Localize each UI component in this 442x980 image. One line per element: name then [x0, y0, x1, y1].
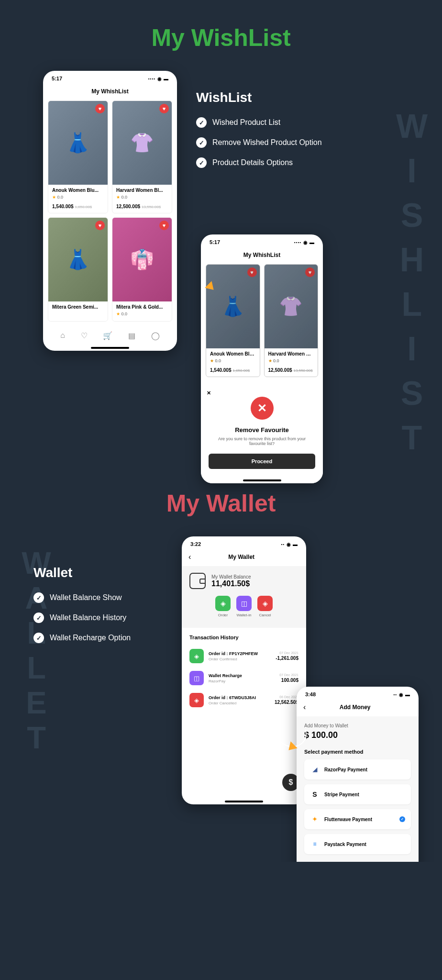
product-card: 👗♥ Anouk Women Blu... ★ 0.0 1,540.00$1,6… [206, 264, 260, 377]
add-money-label: Add Money to Wallet [304, 723, 411, 728]
back-icon[interactable]: ‹ [303, 703, 306, 712]
heart-icon[interactable]: ♥ [95, 104, 105, 113]
paystack-icon: ≡ [311, 840, 319, 848]
check-icon: ✓ [33, 633, 44, 643]
balance-label: My Wallet Balance [211, 574, 251, 579]
screen-title: Add Money [309, 704, 400, 711]
product-name: Harvard Women Bl... [268, 351, 314, 356]
cancel-icon: ◈ [257, 596, 273, 611]
stripe-icon: S [311, 791, 319, 798]
orders-icon[interactable]: ▤ [128, 331, 135, 340]
product-name: Mitera Green Semi... [52, 304, 104, 310]
feature-item: ✓Wallet Balance History [33, 612, 167, 623]
feature-item: ✓Product Details Options [196, 157, 399, 168]
trans-date: 07 Dec 2021 [276, 651, 298, 655]
heart-icon[interactable]: ♥ [159, 221, 169, 230]
action-order[interactable]: ◈Order [215, 596, 231, 617]
feature-heading: WishList [196, 90, 399, 105]
product-card[interactable]: 👘♥ Mitera Pink & Gold... ★ 0.0 [112, 217, 172, 322]
screen-title: My Wallet [195, 554, 288, 560]
check-icon: ✓ [196, 137, 207, 148]
product-grid: 👗♥ Anouk Women Blu... ★ 0.0 1,540.00$1,6… [43, 100, 177, 322]
product-price: 1,540.00$ [52, 204, 74, 209]
product-name: Harvard Women Bl... [116, 188, 168, 193]
transaction-row[interactable]: ◫ Wallet RechargeRazorPay 07 Dec 2021100… [182, 667, 306, 689]
trans-id: Order id : 6TWDU3J8AI [209, 695, 270, 700]
status-time: 5:17 [52, 76, 62, 81]
wallet-actions: ◈Order ◫Wallet-in ◈Cancel [189, 596, 298, 617]
person-wallet-svg [50, 857, 141, 862]
payment-option-flutterwave[interactable]: ✦Flutterwave Payment✓ [304, 809, 411, 829]
product-oldprice: 1,650.00$ [75, 205, 92, 209]
product-oldprice: 13,550.00$ [142, 205, 161, 209]
trans-amount: 12,562.50$ [275, 700, 298, 705]
payment-option-paystack[interactable]: ≡Paystack Payment [304, 834, 411, 854]
phone-mockup-add-money: 3:48 •• ◉ ▬ ‹ Add Money Add Money to Wal… [297, 687, 419, 862]
product-grid: 👗♥ Anouk Women Blu... ★ 0.0 1,540.00$1,6… [201, 264, 323, 377]
product-card[interactable]: 👚♥ Harvard Women Bl... ★ 0.0 12,500.00$1… [112, 100, 172, 213]
balance-value: 11,401.50$ [211, 579, 251, 588]
wallet-in-icon: ◫ [236, 596, 252, 611]
product-price: 1,540.00$ [210, 368, 232, 373]
feature-item: ✓Wallet Balance Show [33, 592, 167, 603]
home-indicator [91, 347, 129, 349]
trans-status: Order Confirmed [209, 657, 271, 661]
payment-option-razorpay[interactable]: ◢RazorPay Payment [304, 759, 411, 780]
back-icon[interactable]: ‹ [188, 553, 191, 561]
action-cancel[interactable]: ◈Cancel [257, 596, 273, 617]
selected-check-icon: ✓ [399, 816, 405, 822]
product-card: 👚♥ Harvard Women Bl... ★ 0.0 12,500.00$1… [264, 264, 319, 377]
product-name: Mitera Pink & Gold... [116, 304, 168, 310]
feature-item: ✓Remove Wished Product Option [196, 137, 399, 148]
cart-icon[interactable]: 🛒 [103, 331, 112, 340]
trans-date: 07 Dec 2021 [279, 673, 298, 677]
trans-date: 06 Dec 2021 [275, 695, 298, 699]
status-bar: 5:17 •••• ◉ ▬ [201, 234, 323, 248]
wallet-features: Wallet ✓Wallet Balance Show ✓Wallet Bala… [33, 565, 167, 653]
wallet-illustration [50, 857, 141, 862]
product-card[interactable]: 👗♥ Anouk Women Blu... ★ 0.0 1,540.00$1,6… [48, 100, 108, 213]
close-icon[interactable]: ✕ [207, 390, 211, 396]
transactions-heading: Transaction History [182, 628, 306, 645]
select-payment-heading: Select payment method [304, 749, 411, 755]
action-wallet-in[interactable]: ◫Wallet-in [236, 596, 252, 617]
trans-status: RazorPay [209, 679, 275, 683]
product-price: 12,500.00$ [116, 204, 140, 209]
home-indicator [225, 801, 263, 802]
add-money-header: ‹ Add Money [297, 700, 419, 716]
product-rating: ★ 0.0 [52, 195, 104, 200]
product-rating: ★ 0.0 [268, 358, 314, 363]
bottom-nav: ⌂ ♡ 🛒 ▤ ◯ [43, 326, 177, 345]
screen-title: My WhishList [43, 84, 177, 100]
product-image: 👘♥ [112, 218, 172, 301]
product-card[interactable]: 👗♥ Mitera Green Semi... [48, 217, 108, 322]
phone-mockup-remove-modal: 5:17 •••• ◉ ▬ My WhishList 👗♥ Anouk Wome… [201, 234, 323, 483]
product-name: Anouk Women Blu... [210, 351, 256, 356]
status-icons: •••• ◉ ▬ [148, 76, 168, 81]
product-name: Anouk Women Blu... [52, 188, 104, 193]
check-icon: ✓ [196, 117, 207, 128]
payment-option-stripe[interactable]: SStripe Payment [304, 784, 411, 804]
wallet-icon: ◫ [189, 671, 204, 685]
heart-nav-icon[interactable]: ♡ [81, 331, 88, 340]
status-icons: •• ◉ ▬ [281, 541, 298, 547]
modal-text: Are you sure to remove this product from… [209, 436, 315, 446]
transaction-row[interactable]: ◈ Order id : FP1Y2PHFEWOrder Confirmed 0… [182, 645, 306, 667]
trans-status: Order Cancelled [209, 701, 270, 705]
heart-icon[interactable]: ♥ [95, 221, 105, 230]
phone-mockup-wishlist: 5:17 •••• ◉ ▬ My WhishList 👗♥ Anouk Wome… [43, 71, 177, 351]
razorpay-icon: ◢ [311, 766, 319, 773]
flutterwave-icon: ✦ [311, 815, 319, 823]
product-image: 👗♥ [48, 101, 108, 185]
heart-icon[interactable]: ♥ [159, 104, 169, 113]
trans-amount: -1,261.00$ [276, 656, 298, 661]
profile-icon[interactable]: ◯ [151, 331, 160, 340]
product-rating: ★ 0.0 [116, 312, 168, 316]
product-rating: ★ 0.0 [116, 195, 168, 200]
transaction-row[interactable]: ◈ Order id : 6TWDU3J8AIOrder Cancelled 0… [182, 689, 306, 711]
cube-icon: ◈ [215, 596, 231, 611]
check-icon: ✓ [196, 157, 207, 168]
home-icon[interactable]: ⌂ [60, 331, 65, 340]
trans-amount: 100.00$ [279, 678, 298, 683]
status-bar: 5:17 •••• ◉ ▬ [43, 71, 177, 84]
